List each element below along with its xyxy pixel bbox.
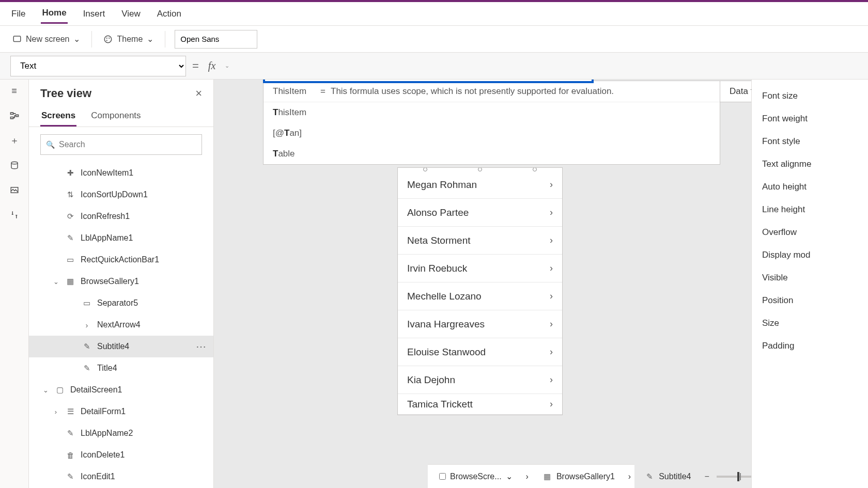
menu-home[interactable]: Home <box>41 4 67 24</box>
chevron-down-icon[interactable]: ⌄ <box>41 386 50 394</box>
menu-file[interactable]: File <box>10 5 26 23</box>
chevron-right-icon[interactable]: › <box>550 207 553 218</box>
gallery-item[interactable]: Irvin Roebuck› <box>398 255 562 282</box>
menu-insert[interactable]: Insert <box>82 5 106 23</box>
chevron-right-icon[interactable]: › <box>550 235 553 246</box>
tree-search[interactable]: 🔍 <box>40 134 202 155</box>
property-row[interactable]: Font style <box>752 130 868 153</box>
chevron-down-icon[interactable]: ⌄ <box>52 278 60 286</box>
gallery-item[interactable]: Elouise Stanwood› <box>398 338 562 366</box>
fx-icon[interactable]: fx <box>205 60 219 72</box>
property-row[interactable]: Padding <box>752 335 868 357</box>
tools-icon[interactable] <box>8 209 21 221</box>
chevron-right-icon[interactable]: › <box>550 291 553 302</box>
tree-item[interactable]: ⇅IconSortUpDown1 <box>29 184 213 206</box>
gallery-item[interactable]: Alonso Partee› <box>398 199 562 227</box>
breadcrumb-checkbox[interactable] <box>439 473 446 480</box>
property-row[interactable]: Text alignme <box>752 153 868 176</box>
font-select[interactable] <box>175 30 257 49</box>
zoom-out-button[interactable]: − <box>704 472 709 481</box>
gallery-item[interactable]: Kia Dejohn› <box>398 366 562 394</box>
gallery-item[interactable]: Tamica Trickett› <box>398 394 562 415</box>
edit-icon: ✎ <box>65 471 75 482</box>
breadcrumb[interactable]: ▦ BrowseGallery1 <box>538 469 619 484</box>
chevron-right-icon[interactable]: › <box>550 374 553 385</box>
tree-item[interactable]: ✎Title4 <box>29 357 213 379</box>
zoom-slider[interactable] <box>717 476 751 478</box>
zoom-controls: − + 40 % ⤢ <box>704 470 751 483</box>
chevron-right-icon[interactable]: › <box>550 399 553 410</box>
property-row[interactable]: Auto height <box>752 176 868 198</box>
chevron-right-icon[interactable]: › <box>52 408 60 416</box>
chevron-down-icon: ⌄ <box>73 34 80 44</box>
gallery-item[interactable]: Neta Storment› <box>398 227 562 255</box>
tree-item[interactable]: ›NextArrow4 <box>29 314 213 336</box>
chevron-right-icon[interactable]: › <box>550 263 553 274</box>
tree-item[interactable]: ▭Separator5 <box>29 292 213 314</box>
tree-item[interactable]: ⟳IconRefresh1 <box>29 206 213 227</box>
tree-item[interactable]: ✎LblAppName2 <box>29 422 213 444</box>
property-row[interactable]: Font size <box>752 85 868 107</box>
hamburger-icon[interactable]: ≡ <box>8 85 21 97</box>
data-icon[interactable] <box>8 159 21 171</box>
sort-icon: ⇅ <box>65 190 75 200</box>
property-row[interactable]: Size <box>752 312 868 335</box>
intelli-suggestion[interactable]: [@Tan] <box>264 123 720 144</box>
chevron-right-icon[interactable]: › <box>550 319 553 329</box>
tree-item[interactable]: 🗑IconDelete1 <box>29 444 213 466</box>
chevron-right-icon[interactable]: › <box>550 347 553 357</box>
tree-item[interactable]: ✚IconNewItem1 <box>29 162 213 184</box>
tree-item[interactable]: ▭RectQuickActionBar1 <box>29 249 213 271</box>
label-icon: ✎ <box>644 471 655 482</box>
property-row[interactable]: Line height <box>752 198 868 221</box>
ribbon-separator <box>91 31 92 48</box>
tree-item[interactable]: ✎LblAppName1 <box>29 227 213 249</box>
theme-label: Theme <box>117 35 143 44</box>
chevron-down-icon[interactable]: ⌄ <box>225 62 229 69</box>
new-screen-button[interactable]: New screen ⌄ <box>10 31 82 47</box>
label-icon: ✎ <box>82 341 92 352</box>
svg-point-2 <box>106 37 107 38</box>
palette-icon <box>103 35 113 44</box>
data-type-label: Data type: <box>730 86 751 96</box>
tree-item-selected[interactable]: ✎Subtitle4⋯ <box>29 336 213 357</box>
tree-item[interactable]: ›☰DetailForm1 <box>29 401 213 422</box>
breadcrumb[interactable]: BrowseScre... ⌄ <box>435 469 517 483</box>
intelli-suggestion[interactable]: Table <box>264 144 720 164</box>
theme-button[interactable]: Theme ⌄ <box>101 31 156 47</box>
media-icon[interactable] <box>8 184 21 196</box>
property-row[interactable]: Font weight <box>752 107 868 130</box>
property-select[interactable]: Text <box>10 56 186 76</box>
search-input[interactable] <box>59 140 196 149</box>
label-icon: ✎ <box>82 363 92 373</box>
breadcrumb[interactable]: ✎ Subtitle4 <box>640 469 695 484</box>
tree-item-gallery[interactable]: ⌄▦BrowseGallery1 <box>29 271 213 292</box>
gallery-item[interactable]: Ivana Hargreaves› <box>398 310 562 338</box>
add-icon[interactable]: ＋ <box>8 134 21 147</box>
properties-pane: Font size Font weight Font style Text al… <box>751 80 868 488</box>
menu-action[interactable]: Action <box>156 5 182 23</box>
svg-point-5 <box>11 162 18 164</box>
property-row[interactable]: Position <box>752 289 868 312</box>
gallery-item[interactable]: Mechelle Lozano› <box>398 282 562 310</box>
menu-view[interactable]: View <box>120 5 142 23</box>
property-row[interactable]: Overflow <box>752 221 868 244</box>
property-row[interactable]: Display mod <box>752 244 868 266</box>
intelli-suggestion[interactable]: ThisItem <box>264 102 720 123</box>
chevron-down-icon[interactable]: ⌄ <box>506 471 513 481</box>
tree-view-pane: Tree view × Screens Components 🔍 ✚IconNe… <box>29 80 214 488</box>
gallery-item[interactable]: Megan Rohman› <box>398 171 562 199</box>
gallery-preview[interactable]: Megan Rohman› Alonso Partee› Neta Storme… <box>397 167 563 415</box>
tab-screens[interactable]: Screens <box>40 106 76 127</box>
svg-point-1 <box>105 36 112 43</box>
tree-view-icon[interactable] <box>8 109 21 122</box>
tab-components[interactable]: Components <box>90 106 142 127</box>
chevron-right-icon[interactable]: › <box>550 179 553 190</box>
svg-point-3 <box>109 37 110 38</box>
tree-item-screen[interactable]: ⌄▢DetailScreen1 <box>29 379 213 401</box>
tree-title: Tree view <box>40 87 91 100</box>
close-icon[interactable]: × <box>195 87 202 100</box>
property-row[interactable]: Visible <box>752 266 868 289</box>
tree-item[interactable]: ✎IconEdit1 <box>29 466 213 487</box>
canvas[interactable]: Concatenate(text, text, ...) The functio… <box>214 80 751 488</box>
